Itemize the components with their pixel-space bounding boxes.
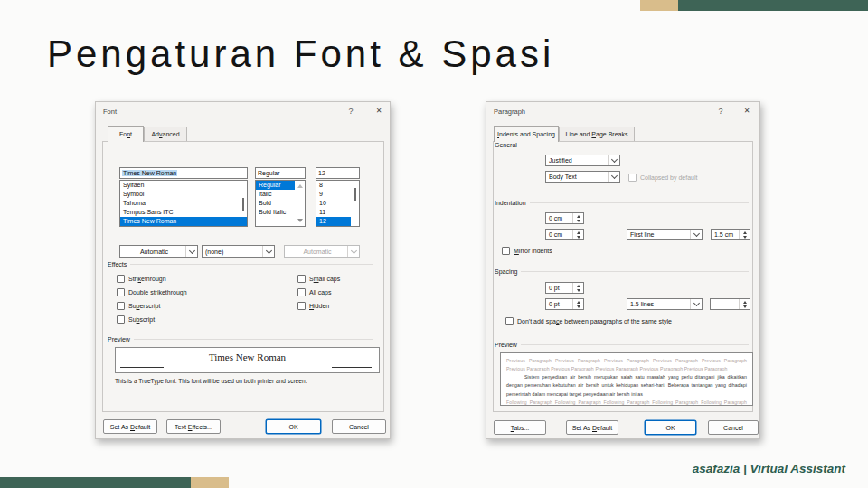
font-color-select[interactable]: Automatic (119, 245, 198, 258)
list-item[interactable]: Bold Italic (256, 208, 305, 217)
chevron-down-icon (690, 230, 702, 239)
slide: Pengaturan Font & Spasi Font ? ✕ Font Ad… (0, 0, 868, 488)
spinner-arrows-icon[interactable] (572, 213, 583, 223)
paragraph-dialog: Paragraph ? ✕ Indents and Spacing Line a… (486, 101, 760, 439)
preview-left-line (120, 367, 164, 368)
cancel-button[interactable]: Cancel (332, 419, 386, 434)
indent-right-spinner[interactable]: 0 cm (545, 229, 584, 240)
bottom-accent-green (0, 477, 191, 488)
footer-credit: asafazia | Virtual Assistant (693, 462, 845, 475)
spacing-header: Spacing (495, 268, 749, 275)
spinner-arrows-icon[interactable] (572, 299, 583, 309)
mirror-indents-checkbox[interactable]: Mirror indents (502, 247, 552, 255)
list-item[interactable]: Symbol (120, 190, 247, 199)
all-caps-checkbox[interactable]: All caps (297, 288, 332, 296)
tabs-button[interactable]: Tabs... (494, 420, 546, 435)
list-item[interactable]: Sylfaen (120, 181, 247, 190)
font-preview-box: Times New Roman (115, 347, 380, 373)
general-header: General (495, 142, 749, 148)
at-spinner[interactable] (710, 298, 750, 310)
truetype-note: This is a TrueType font. This font will … (115, 378, 307, 384)
list-item[interactable]: Tahoma (120, 199, 247, 208)
bottom-accent-tan (191, 477, 229, 488)
list-item[interactable]: 10 (316, 199, 359, 208)
scroll-up-icon[interactable] (297, 184, 303, 188)
by-spinner[interactable]: 1.5 cm (711, 229, 750, 240)
ok-button[interactable]: OK (266, 419, 321, 434)
font-style-list[interactable]: Regular Italic Bold Bold Italic (255, 180, 306, 227)
list-item[interactable]: Tempus Sans ITC (120, 208, 247, 217)
page-title: Pengaturan Font & Spasi (47, 33, 554, 76)
strikethrough-checkbox[interactable]: Strikethrough (117, 275, 166, 283)
list-item[interactable]: 8 (316, 181, 359, 190)
font-dialog-title: Font (103, 108, 117, 116)
tab-advanced[interactable]: Advanced (144, 127, 187, 142)
scroll-down-icon[interactable] (297, 219, 303, 222)
dont-add-space-checkbox[interactable]: Don't add space between paragraphs of th… (505, 317, 672, 325)
cancel-button[interactable]: Cancel (708, 420, 759, 435)
checkbox-icon[interactable] (117, 302, 125, 310)
checkbox-icon[interactable] (297, 302, 306, 310)
font-list[interactable]: Sylfaen Symbol Tahoma Tempus Sans ITC Ti… (119, 180, 248, 227)
list-item[interactable]: 9 (316, 190, 359, 199)
list-item-selected[interactable]: Regular (256, 181, 295, 190)
alignment-select[interactable]: Justified (545, 155, 620, 166)
font-list-scrollbar[interactable] (242, 198, 244, 211)
indent-left-spinner[interactable]: 0 cm (545, 212, 584, 224)
list-item-selected[interactable]: Times New Roman (120, 217, 247, 226)
checkbox-icon (628, 174, 637, 182)
font-dialog: Font ? ✕ Font Advanced Font: Font style:… (95, 101, 391, 439)
font-style-input[interactable]: Regular (255, 167, 306, 179)
spinner-arrows-icon[interactable] (572, 283, 583, 293)
help-icon[interactable]: ? (346, 107, 355, 116)
hidden-checkbox[interactable]: Hidden (297, 302, 329, 310)
line-spacing-select[interactable]: 1.5 lines (627, 298, 703, 310)
list-item[interactable]: Italic (256, 190, 305, 199)
help-icon[interactable]: ? (716, 107, 725, 116)
indentation-header: Indentation (495, 200, 749, 206)
checkbox-icon[interactable] (297, 275, 306, 283)
outline-level-select[interactable]: Body Text (545, 171, 620, 183)
text-effects-button[interactable]: Text Effects... (166, 419, 221, 434)
checkbox-icon[interactable] (117, 288, 125, 296)
small-caps-checkbox[interactable]: Small caps (297, 275, 340, 283)
checkbox-icon[interactable] (505, 317, 514, 325)
size-list[interactable]: 8 9 10 11 12 (316, 180, 360, 227)
after-spinner[interactable]: 0 pt (545, 298, 584, 310)
tab-line-and-page-breaks[interactable]: Line and Page Breaks (559, 127, 635, 142)
ok-button[interactable]: OK (645, 420, 696, 435)
chevron-down-icon (185, 246, 197, 257)
list-item[interactable]: 11 (316, 208, 359, 217)
chevron-down-icon (608, 155, 619, 165)
checkbox-icon[interactable] (117, 315, 125, 324)
checkbox-icon[interactable] (502, 247, 510, 255)
before-spinner[interactable]: 0 pt (545, 282, 584, 294)
special-select[interactable]: First line (627, 229, 703, 240)
tab-font[interactable]: Font (108, 126, 144, 142)
effects-header: Effects (108, 261, 373, 267)
close-icon[interactable]: ✕ (373, 107, 384, 115)
size-input[interactable]: 12 (316, 167, 360, 179)
set-as-default-button[interactable]: Set As Default (103, 419, 157, 434)
tab-indents-and-spacing[interactable]: Indents and Spacing (494, 126, 559, 142)
spinner-arrows-icon[interactable] (739, 230, 750, 239)
set-as-default-button[interactable]: Set As Default (566, 420, 618, 435)
underline-color-select: Automatic (284, 245, 360, 258)
underline-style-select[interactable]: (none) (202, 245, 275, 258)
close-icon[interactable]: ✕ (741, 107, 752, 115)
double-strikethrough-checkbox[interactable]: Double strikethrough (117, 288, 187, 296)
preview-header: Preview (108, 336, 373, 343)
font-input[interactable]: Times New Roman (119, 167, 248, 179)
top-accent-tan (640, 0, 678, 11)
spinner-arrows-icon[interactable] (739, 299, 750, 309)
subscript-checkbox[interactable]: Subscript (117, 315, 155, 324)
spinner-arrows-icon[interactable] (572, 230, 583, 239)
checkbox-icon[interactable] (117, 275, 125, 283)
size-list-scrollbar[interactable] (354, 188, 356, 201)
superscript-checkbox[interactable]: Superscript (117, 302, 160, 310)
checkbox-icon[interactable] (297, 288, 306, 296)
list-item[interactable]: Bold (256, 199, 305, 208)
preview-following-paragraph: Following Paragraph Following Paragraph … (506, 399, 747, 406)
paragraph-preview-box: Previous Paragraph Previous Paragraph Pr… (500, 352, 753, 406)
list-item-selected[interactable]: 12 (316, 217, 351, 226)
